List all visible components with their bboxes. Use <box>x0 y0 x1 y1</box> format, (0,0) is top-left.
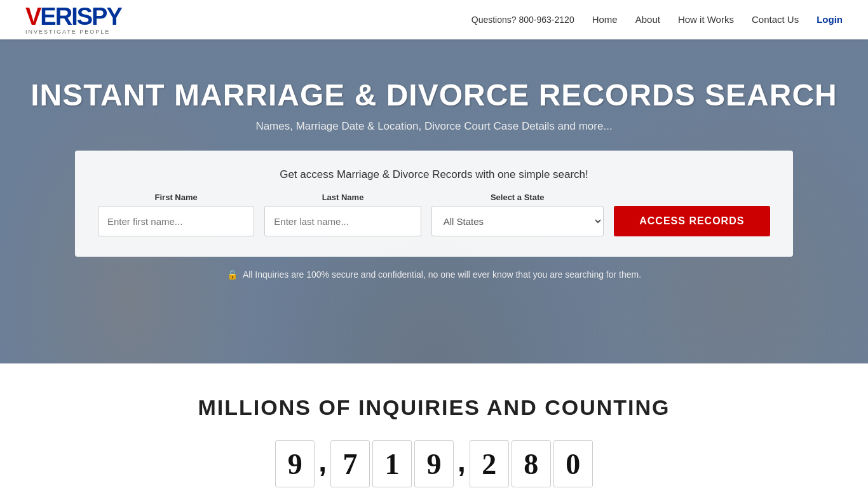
digit-2: 2 <box>470 440 509 487</box>
lock-icon: 🔒 <box>227 269 238 280</box>
digit-7: 7 <box>330 440 370 487</box>
nav-item-about[interactable]: About <box>635 14 660 25</box>
digit-9b: 9 <box>414 440 454 487</box>
state-group: Select a State All States AlabamaAlaskaA… <box>431 193 604 236</box>
logo-v-letter: VERISPY <box>25 4 121 29</box>
hero-title: INSTANT MARRIAGE & DIVORCE RECORDS SEARC… <box>0 78 868 112</box>
state-label: Select a State <box>431 193 604 202</box>
nav-login-link[interactable]: Login <box>817 14 843 25</box>
header: VERISPY INVESTIGATE PEOPLE Questions? 80… <box>0 0 868 39</box>
nav-links: Home About How it Works Contact Us Login <box>592 14 843 25</box>
security-note: 🔒 All Inquiries are 100% secure and conf… <box>227 269 641 280</box>
hero-content: INSTANT MARRIAGE & DIVORCE RECORDS SEARC… <box>0 78 868 257</box>
last-name-label: Last Name <box>264 193 421 202</box>
counter-title: MILLIONS OF INQUIRIES AND COUNTING <box>25 395 843 420</box>
nav-item-home[interactable]: Home <box>592 14 618 25</box>
nav-item-contact[interactable]: Contact Us <box>752 14 799 25</box>
first-name-input[interactable] <box>98 206 254 236</box>
first-name-label: First Name <box>98 193 254 202</box>
hero-section: INSTANT MARRIAGE & DIVORCE RECORDS SEARC… <box>0 39 868 363</box>
search-box: Get access Marriage & Divorce Records wi… <box>75 151 793 257</box>
search-box-title: Get access Marriage & Divorce Records wi… <box>98 168 770 181</box>
logo[interactable]: VERISPY INVESTIGATE PEOPLE <box>25 4 121 35</box>
nav-item-how-it-works[interactable]: How it Works <box>678 14 734 25</box>
hero-subtitle: Names, Marriage Date & Location, Divorce… <box>0 120 868 133</box>
digit-9: 9 <box>275 440 315 487</box>
last-name-group: Last Name <box>264 193 421 236</box>
digit-8: 8 <box>512 440 551 487</box>
nav-item-login[interactable]: Login <box>817 14 843 25</box>
logo-tagline: INVESTIGATE PEOPLE <box>25 29 121 35</box>
main-nav: Questions? 800-963-2120 Home About How i… <box>471 14 843 25</box>
access-records-button[interactable]: ACCESS RECORDS <box>614 206 770 236</box>
digit-0: 0 <box>553 440 593 487</box>
nav-about-link[interactable]: About <box>635 14 660 25</box>
nav-how-it-works-link[interactable]: How it Works <box>678 14 734 25</box>
last-name-input[interactable] <box>264 206 421 236</box>
nav-contact-link[interactable]: Contact Us <box>752 14 799 25</box>
counter-section: MILLIONS OF INQUIRIES AND COUNTING 9 , 7… <box>0 363 868 488</box>
comma-1: , <box>318 444 327 484</box>
search-fields: First Name Last Name Select a State All … <box>98 193 770 236</box>
counter-digits: 9 , 7 1 9 , 2 8 0 <box>25 440 843 487</box>
logo-text: VERISPY INVESTIGATE PEOPLE <box>25 4 121 35</box>
phone-number: Questions? 800-963-2120 <box>471 15 574 25</box>
first-name-group: First Name <box>98 193 254 236</box>
nav-home-link[interactable]: Home <box>592 14 618 25</box>
security-text: All Inquiries are 100% secure and confid… <box>243 269 641 280</box>
digit-1: 1 <box>372 440 412 487</box>
state-select[interactable]: All States AlabamaAlaskaArizona Arkansas… <box>431 206 604 236</box>
comma-2: , <box>458 444 466 484</box>
